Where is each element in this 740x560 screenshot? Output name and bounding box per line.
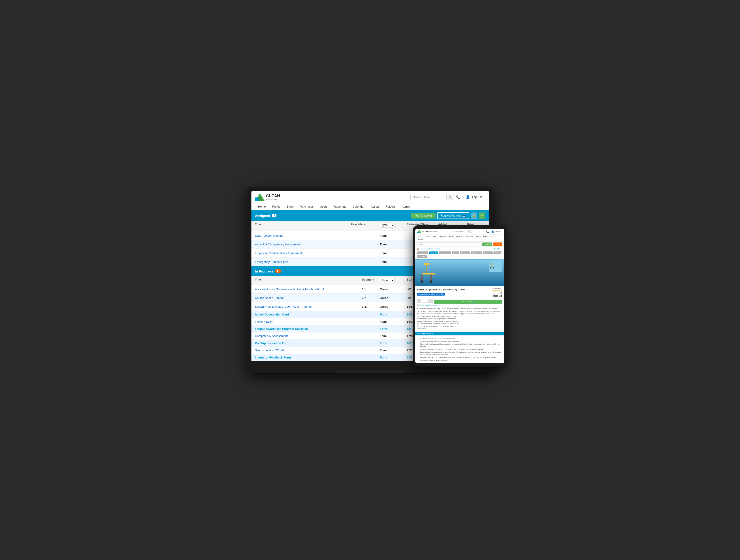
nav-users[interactable]: Users <box>317 203 331 210</box>
nav-purchases[interactable]: Purchases <box>297 203 316 210</box>
row-title-system-guide[interactable]: System How to Guide (Client Admin Tutori… <box>255 305 362 308</box>
tablet-store-search-input[interactable] <box>417 242 482 246</box>
row-title-competency[interactable]: Competency Assessment <box>255 334 362 338</box>
monitor-stand <box>348 361 392 370</box>
tablet-cat-electrical[interactable]: Electrical <box>460 252 470 254</box>
row-type: Online <box>380 305 407 308</box>
row-title-incident[interactable]: Incident Event <box>255 320 362 323</box>
row-title-safety-obs[interactable]: Safety Observation Card <box>255 313 362 316</box>
tablet-cat-safety[interactable]: Safety <box>493 252 501 254</box>
nav-admin[interactable]: Admin <box>398 203 413 210</box>
svg-point-16 <box>490 267 491 269</box>
tablet-store-search-button[interactable]: Search <box>482 243 492 246</box>
ip-col-title: Title <box>255 278 362 283</box>
nav-calendar[interactable]: Calendar <box>350 203 368 210</box>
tablet-logo-text: CLEAN <box>423 230 429 232</box>
tablet-store-reset-button[interactable]: Reset <box>493 243 502 246</box>
svg-rect-15 <box>491 263 492 267</box>
row-title-fatigue[interactable]: Fatigue Awareness Program Checklist <box>255 327 362 331</box>
product-description-grid: A Canada Compliant Training Class Online… <box>417 306 502 331</box>
nav-store[interactable]: Store <box>283 203 297 210</box>
rating-reviews-text: (216 Reviews) <box>490 287 502 289</box>
tablet-nav-home[interactable]: Home <box>417 235 424 238</box>
nav-assets[interactable]: Assets <box>368 203 383 210</box>
tablet-cat-equipment[interactable]: Equipment <box>471 252 482 254</box>
tablet-nav-qr[interactable]: QR <box>490 235 495 238</box>
request-training-button[interactable]: Request Training 💻 <box>437 212 469 219</box>
tablet-store-search: Search Reset <box>415 242 504 247</box>
product-desc-right: This online Aerial Lifts and Scissor Lif… <box>460 306 502 331</box>
tablet-logout-label[interactable]: Log Out→ <box>495 230 502 233</box>
tablet-nav: Home Profile Store Purchases Users Repor… <box>415 235 504 242</box>
tablet-search-input[interactable] <box>451 230 467 233</box>
tablet-header-icons: 📞 ℹ 👤 Log Out→ <box>486 230 502 233</box>
tablet-nav-users[interactable]: Users <box>448 235 455 238</box>
how-to-purchase-link[interactable]: 🏠 How to purchase courses <box>417 304 502 306</box>
tablet-cat-viewall[interactable]: View All <box>429 252 438 254</box>
user-icon: 👤 <box>465 195 470 199</box>
row-title-pretrip[interactable]: Pre Trip Inspection Form <box>255 342 362 345</box>
tablet-cat-awareness[interactable]: Awareness <box>439 252 451 254</box>
topic-3: Looks at aerial lift stability and the i… <box>420 348 502 351</box>
product-description-text-2: This online Aerial Lifts and Scissor Lif… <box>460 307 502 315</box>
row-title-daily-toolbox[interactable]: Daily Toolbox Meeting <box>255 234 351 237</box>
add-course-button[interactable]: Add Course 🖥 <box>411 213 435 218</box>
row-title-course-admin[interactable]: Course Admin Tutorial <box>255 296 362 300</box>
assigned-edit-button[interactable]: ✏ <box>479 212 485 219</box>
search-input[interactable] <box>410 194 447 200</box>
row-title-site-inspection[interactable]: Site Inspection CE Ltd. <box>255 349 362 352</box>
tablet-nav-store[interactable]: Store <box>431 235 438 238</box>
info-icon: ℹ <box>462 195 464 199</box>
tablet: CLEAN Environment 🔍 📞 ℹ 👤 Log Out→ Home … <box>412 225 507 367</box>
row-title-confidentiality[interactable]: Employee Confidentiality Agreement <box>255 252 351 255</box>
nav-profile[interactable]: Profile <box>269 203 283 210</box>
qty-decrease-button[interactable]: - <box>417 299 421 303</box>
course-topics-title: COURSE TOPICS <box>417 333 434 335</box>
row-type: Form <box>380 252 407 255</box>
product-price: $99.95 <box>490 294 502 298</box>
nav-home[interactable]: Home <box>255 203 269 210</box>
add-to-cart-button[interactable]: Add to Cart 🛒 <box>434 300 502 304</box>
tablet-nav-calendar[interactable]: Calendar <box>465 235 474 238</box>
ip-col-segment: Segment <box>362 278 380 283</box>
tablet-nav-reporting[interactable]: Reporting <box>455 235 465 238</box>
row-title-instructor-feedback[interactable]: Instructor Feedback Form <box>255 356 362 359</box>
qty-increase-button[interactable]: + <box>429 299 433 303</box>
tablet-nav-admin[interactable]: Admin <box>417 238 424 241</box>
tablet-cat-categories[interactable]: Categories <box>417 252 429 254</box>
tablet-nav-assets[interactable]: Assets <box>475 235 482 238</box>
tablet-product-info: Aerial Lift (Boom Lift/ Scissor Lift) (C… <box>415 286 504 363</box>
row-type: Form <box>380 234 407 237</box>
qty-input[interactable] <box>422 300 429 303</box>
row-title-aerial-lift[interactable]: Aerial Lift Competency Assessment <box>255 243 351 246</box>
row-title-emergency[interactable]: Emergency Contact Form <box>255 260 351 264</box>
monitor-icon: 🖥 <box>430 214 432 217</box>
tablet-nav-folders[interactable]: Folders <box>482 235 490 238</box>
type-filter[interactable]: TypeFormOnline <box>380 222 394 227</box>
tablet-nav-purchases[interactable]: Purchases <box>438 235 448 238</box>
tablet-breadcrumb-text: 🏠 How to purchase courses <box>417 248 440 250</box>
quantity-control: - + <box>417 299 433 303</box>
tablet-categories: Categories View All Awareness Driver Ele… <box>415 251 504 259</box>
row-title-aoda[interactable]: Accessibility for Ontarian's with Disabi… <box>255 287 362 291</box>
svg-point-12 <box>430 280 432 283</box>
tablet-cat-softskills[interactable]: Softskills <box>417 255 427 258</box>
search-box: 🔍 <box>410 194 454 200</box>
search-button[interactable]: 🔍 <box>447 194 454 200</box>
tablet-back-btn[interactable]: BackFit ▶ <box>494 248 502 250</box>
tablet-search-button[interactable]: 🔍 <box>467 230 472 233</box>
assigned-lock-button[interactable]: 🔒 <box>471 212 477 219</box>
nav-reporting[interactable]: Reporting <box>331 203 350 210</box>
logout-label: Log Out <box>472 195 482 199</box>
tablet-cat-driver[interactable]: Driver <box>452 252 459 254</box>
tablet-info-icon: ℹ <box>490 230 490 233</box>
row-type: Online <box>380 296 407 300</box>
add-course-label: Add Course <box>414 214 429 217</box>
nav-folders[interactable]: Folders <box>383 203 398 210</box>
thumbnail-svg <box>489 261 502 272</box>
tablet-nav-profile[interactable]: Profile <box>424 235 431 238</box>
tablet-cat-products[interactable]: Products <box>483 252 493 254</box>
ip-type-filter[interactable]: TypeFormOnline <box>380 278 394 283</box>
logout-button[interactable]: Log Out → <box>472 195 485 199</box>
assigned-badge: 4 <box>272 214 277 217</box>
